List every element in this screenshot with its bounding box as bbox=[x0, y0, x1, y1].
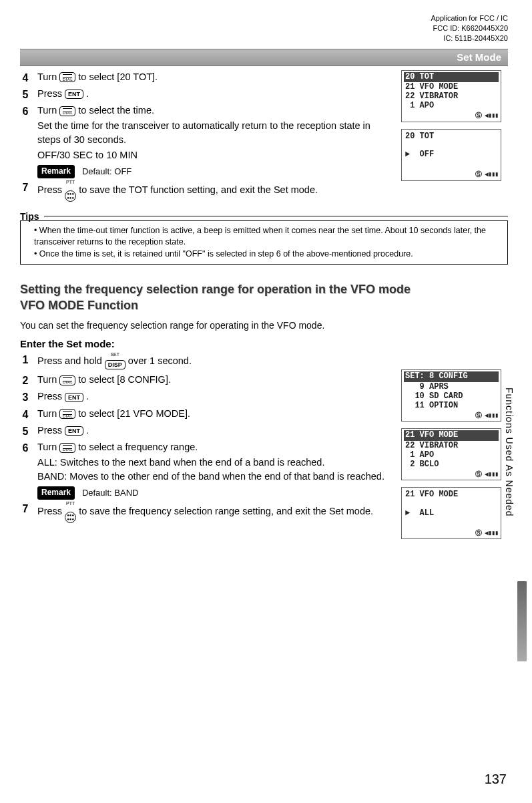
ent-key-icon: ENT bbox=[65, 90, 83, 99]
ent-key-icon: ENT bbox=[65, 426, 83, 436]
step-7: 7 Press PTT ●●●●●● to save the frequency… bbox=[20, 501, 393, 523]
remark-badge: Remark bbox=[37, 165, 75, 178]
lcd-row: 22 VIBRATOR bbox=[405, 441, 458, 450]
step-number: 7 bbox=[20, 501, 31, 516]
title-bar: Set Mode bbox=[20, 49, 508, 66]
step-4: 4 Turn DIAL to select [21 VFO MODE]. bbox=[20, 407, 393, 422]
lcd-row: 22 VIBRATOR bbox=[405, 92, 458, 101]
lcd-row: 20 TOT bbox=[405, 132, 434, 141]
step-number: 5 bbox=[20, 87, 31, 102]
step-number: 1 bbox=[20, 352, 31, 367]
lcd-row: 11 OPTION bbox=[405, 401, 458, 410]
step-3: 3 Press ENT . bbox=[20, 389, 393, 405]
step-1: 1 Press and hold SET DISP over 1 second. bbox=[20, 352, 393, 371]
lcd-status-icons: Ⓢ ◄▮▮▮ bbox=[475, 112, 498, 120]
step-number: 4 bbox=[20, 407, 31, 422]
header-line: FCC ID: K6620445X20 bbox=[20, 23, 508, 33]
tips-divider bbox=[44, 216, 508, 216]
document-header: Application for FCC / IC FCC ID: K662044… bbox=[20, 13, 508, 43]
lcd-row-highlight: 21 VFO MODE bbox=[404, 430, 499, 441]
tips-box: When the time-out timer function is acti… bbox=[20, 220, 508, 265]
lcd-status-icons: Ⓢ ◄▮▮▮ bbox=[475, 412, 498, 420]
lcd-row-highlight: SET: 8 CONFIG bbox=[404, 371, 499, 382]
lcd-row: 9 APRS bbox=[405, 382, 449, 391]
lcd-row: ► ALL bbox=[405, 508, 434, 518]
remark-text: Default: BAND bbox=[82, 487, 139, 497]
remark-badge: Remark bbox=[37, 486, 75, 500]
step-number: 5 bbox=[20, 424, 31, 439]
side-tab-indicator bbox=[517, 581, 527, 661]
step-number: 3 bbox=[20, 389, 31, 405]
tip-item: Once the time is set, it is retained unt… bbox=[34, 249, 502, 261]
step-description: Set the time for the transceiver to auto… bbox=[37, 119, 393, 147]
header-line: Application for FCC / IC bbox=[20, 13, 508, 23]
step-2: 2 Turn DIAL to select [8 CONFIG]. bbox=[20, 373, 393, 388]
step-number: 7 bbox=[20, 180, 31, 195]
lcd-row: 2 BCLO bbox=[405, 460, 439, 469]
remark-text: Default: OFF bbox=[82, 166, 131, 176]
disp-key-icon: SET DISP bbox=[105, 352, 125, 371]
side-tab-label: Functions Used As Needed bbox=[504, 387, 515, 517]
lcd-status-icons: Ⓢ ◄▮▮▮ bbox=[475, 171, 498, 179]
lcd-row: 1 APO bbox=[405, 101, 434, 110]
step-description: OFF/30 SEC to 10 MIN bbox=[37, 148, 393, 162]
ptt-button-icon: PTT ●●●●●● bbox=[65, 180, 76, 202]
step-5: 5 Press ENT . bbox=[20, 87, 393, 102]
lcd-row: 21 VFO MODE bbox=[405, 490, 458, 499]
lcd-screen-5: 21 VFO MODE ► ALL Ⓢ ◄▮▮▮ bbox=[401, 487, 501, 539]
option-band: BAND: Moves to the other end of the band… bbox=[37, 470, 393, 484]
lcd-screen-3: SET: 8 CONFIG 9 APRS 10 SD CARD 11 OPTIO… bbox=[401, 369, 501, 422]
ptt-button-icon: PTT ●●●●●● bbox=[65, 501, 76, 523]
tip-item: When the time-out timer function is acti… bbox=[34, 225, 502, 249]
title-bar-text: Set Mode bbox=[457, 51, 501, 63]
lcd-row: 10 SD CARD bbox=[405, 391, 463, 401]
lcd-screen-4: 21 VFO MODE 22 VIBRATOR 1 APO 2 BCLO Ⓢ ◄… bbox=[401, 428, 501, 480]
section-heading: Setting the frequency selection range fo… bbox=[20, 282, 508, 313]
lcd-status-icons: Ⓢ ◄▮▮▮ bbox=[475, 471, 498, 479]
page-number: 137 bbox=[485, 772, 507, 787]
ent-key-icon: ENT bbox=[65, 393, 83, 402]
option-all: ALL: Switches to the next band when the … bbox=[37, 456, 393, 470]
step-5: 5 Press ENT . bbox=[20, 424, 393, 439]
step-4: 4 Turn DIAL to select [20 TOT]. bbox=[20, 70, 393, 86]
step-number: 6 bbox=[20, 440, 31, 456]
section-intro: You can set the frequency selection rang… bbox=[20, 319, 508, 333]
lcd-row: ► OFF bbox=[405, 150, 434, 159]
header-line: IC: 511B-20445X20 bbox=[20, 33, 508, 43]
dial-icon: DIAL bbox=[59, 443, 75, 453]
step-6: 6 Turn DIAL to select a frequency range.… bbox=[20, 440, 393, 500]
step-6: 6 Turn DIAL to select the time. Set the … bbox=[20, 104, 393, 178]
step-number: 6 bbox=[20, 104, 31, 119]
lcd-row: 21 VFO MODE bbox=[405, 82, 458, 92]
step-7: 7 Press PTT ●●●●●● to save the TOT funct… bbox=[20, 180, 393, 202]
step-number: 2 bbox=[20, 373, 31, 388]
enter-set-mode-label: Enter the Set mode: bbox=[20, 338, 508, 349]
dial-icon: DIAL bbox=[59, 106, 75, 116]
tips-heading: Tips bbox=[20, 211, 508, 216]
lcd-row: 1 APO bbox=[405, 450, 434, 460]
lcd-screen-1: 20 TOT 21 VFO MODE 22 VIBRATOR 1 APO Ⓢ ◄… bbox=[401, 70, 501, 122]
dial-icon: DIAL bbox=[59, 72, 75, 82]
step-number: 4 bbox=[20, 70, 31, 86]
dial-icon: DIAL bbox=[59, 409, 75, 419]
lcd-status-icons: Ⓢ ◄▮▮▮ bbox=[475, 530, 498, 538]
dial-icon: DIAL bbox=[59, 375, 75, 385]
lcd-screen-2: 20 TOT ► OFF Ⓢ ◄▮▮▮ bbox=[401, 129, 501, 181]
lcd-row-highlight: 20 TOT bbox=[404, 72, 499, 83]
